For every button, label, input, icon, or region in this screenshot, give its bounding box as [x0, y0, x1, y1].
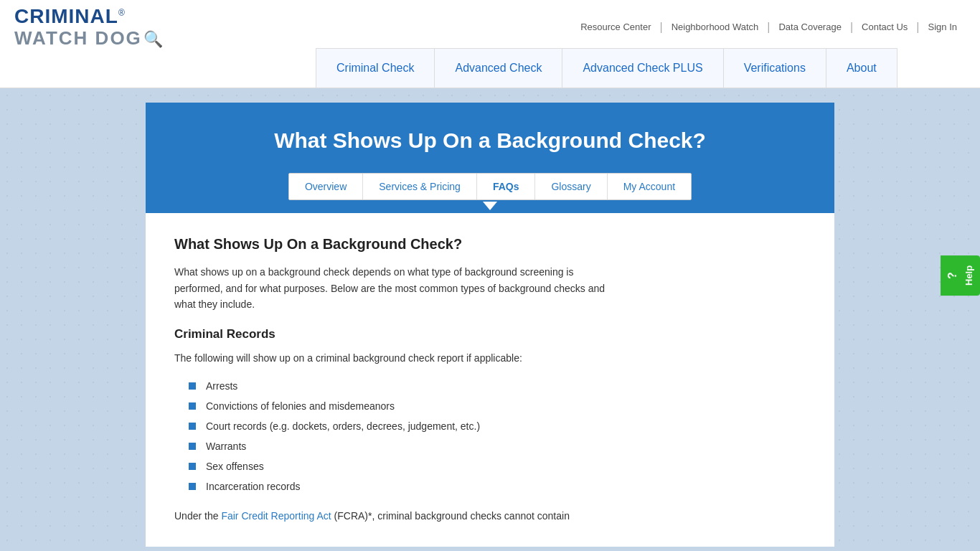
bullet-icon	[189, 423, 196, 430]
page-title: What Shows Up On a Background Check?	[160, 128, 820, 153]
watchdog-icon: 🔍	[143, 30, 163, 48]
top-nav: Resource Center | Neighborhood Watch | D…	[572, 21, 966, 34]
logo-area: CRIMINAL® WATCH DOG🔍	[14, 6, 163, 48]
top-nav-neighborhood-watch[interactable]: Neighborhood Watch	[663, 22, 768, 32]
bullet-icon	[189, 483, 196, 490]
sub-nav-glossary[interactable]: Glossary	[535, 174, 607, 199]
criminal-records-intro: The following will show up on a criminal…	[174, 350, 806, 366]
fcra-link[interactable]: Fair Credit Reporting Act	[221, 510, 331, 522]
sub-nav-faqs[interactable]: FAQs	[477, 174, 536, 199]
bullet-icon	[189, 382, 196, 390]
sub-nav-overview[interactable]: Overview	[289, 174, 363, 199]
list-item: Arrests	[189, 376, 806, 396]
criminal-records-list: Arrests Convictions of felonies and misd…	[189, 376, 806, 496]
fcra-text: Under the Fair Credit Reporting Act (FCR…	[174, 508, 806, 524]
bullet-icon	[189, 443, 196, 450]
bullet-icon	[189, 402, 196, 410]
criminal-records-heading: Criminal Records	[174, 327, 806, 342]
list-item: Sex offenses	[189, 456, 806, 476]
page-background: What Shows Up On a Background Check? Ove…	[0, 88, 980, 547]
logo-watchdog: WATCH DOG🔍	[14, 28, 163, 49]
top-nav-resource-center[interactable]: Resource Center	[572, 22, 659, 32]
main-nav-advanced-check-plus[interactable]: Advanced Check PLUS	[562, 48, 723, 88]
sub-nav-wrapper: Overview Services & Pricing FAQs Glossar…	[160, 173, 820, 213]
logo-criminal: CRIMINAL®	[14, 6, 163, 28]
bullet-icon	[189, 463, 196, 470]
help-icon: ?	[946, 272, 959, 279]
hero-section: What Shows Up On a Background Check? Ove…	[146, 103, 834, 213]
sub-nav-my-account[interactable]: My Account	[608, 174, 691, 199]
top-nav-sign-in[interactable]: Sign In	[920, 22, 966, 32]
triangle-down-icon	[483, 202, 497, 210]
list-item: Incarceration records	[189, 476, 806, 496]
main-nav-advanced-check[interactable]: Advanced Check	[434, 48, 562, 88]
sub-nav-services-pricing[interactable]: Services & Pricing	[363, 174, 477, 199]
main-nav-verifications[interactable]: Verifications	[723, 48, 826, 88]
logo-text: CRIMINAL® WATCH DOG🔍	[14, 6, 163, 48]
sub-nav: Overview Services & Pricing FAQs Glossar…	[288, 173, 692, 200]
content-area: What Shows Up On a Background Check? Wha…	[146, 213, 834, 547]
list-item: Court records (e.g. dockets, orders, dec…	[189, 416, 806, 436]
sub-nav-arrow	[160, 200, 820, 213]
content-heading: What Shows Up On a Background Check?	[174, 236, 806, 253]
header: CRIMINAL® WATCH DOG🔍 Resource Center | N…	[0, 0, 980, 88]
main-nav-criminal-check[interactable]: Criminal Check	[316, 48, 435, 88]
list-item: Warrants	[189, 436, 806, 456]
list-item: Convictions of felonies and misdemeanors	[189, 396, 806, 416]
top-nav-contact-us[interactable]: Contact Us	[853, 22, 916, 32]
help-button[interactable]: ? Help	[941, 255, 980, 296]
top-nav-data-coverage[interactable]: Data Coverage	[770, 22, 849, 32]
main-nav-about[interactable]: About	[826, 48, 897, 88]
content-intro: What shows up on a background check depe…	[174, 264, 605, 312]
header-top: CRIMINAL® WATCH DOG🔍 Resource Center | N…	[0, 0, 980, 48]
main-nav: Criminal Check Advanced Check Advanced C…	[316, 48, 980, 88]
